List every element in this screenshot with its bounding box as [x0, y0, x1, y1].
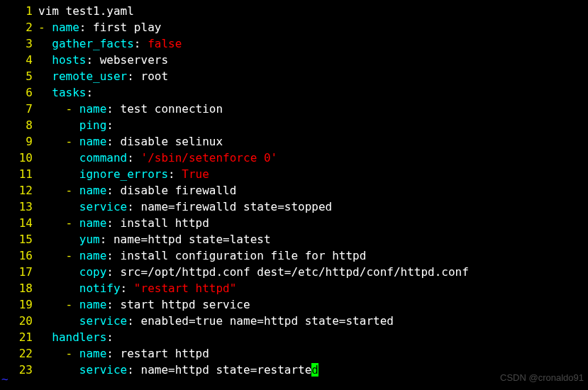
code-content[interactable]: service: name=firewalld state=stopped — [38, 199, 587, 215]
code-line[interactable]: 18 notify: "restart httpd" — [1, 280, 587, 296]
code-line[interactable]: 13 service: name=firewalld state=stopped — [1, 199, 587, 215]
line-number: 21 — [1, 329, 38, 345]
token: - — [66, 102, 79, 116]
code-content[interactable]: gather_facts: false — [38, 35, 587, 52]
token: name=httpd state=latest — [113, 233, 271, 246]
token: install configuration file for httpd — [121, 249, 367, 262]
vim-editor[interactable]: 1vim test1.yaml2- name: first play3 gath… — [0, 0, 588, 381]
code-line[interactable]: 15 yum: name=httpd state=latest — [1, 231, 587, 247]
code-content[interactable]: - name: first play — [38, 19, 587, 35]
line-number: 5 — [1, 68, 38, 84]
token: : — [127, 363, 140, 377]
token: restart httpd — [121, 347, 209, 360]
token: webservers — [100, 53, 168, 67]
token: name — [79, 216, 107, 230]
code-content[interactable]: - name: restart httpd — [38, 345, 587, 362]
token — [38, 282, 79, 295]
token: True — [182, 167, 209, 181]
token — [38, 69, 52, 83]
token: : — [127, 151, 140, 165]
token: : — [106, 135, 120, 148]
code-line[interactable]: 11 ignore_errors: True — [1, 166, 587, 182]
token — [38, 135, 66, 148]
code-line[interactable]: 19 - name: start httpd service — [1, 296, 587, 313]
token — [38, 53, 52, 67]
code-line[interactable]: 7 - name: test connection — [1, 101, 587, 117]
code-line[interactable]: 9 - name: disable selinux — [1, 133, 587, 150]
code-content[interactable]: vim test1.yaml — [38, 3, 587, 19]
code-line[interactable]: 10 command: '/sbin/setenforce 0' — [1, 150, 587, 166]
code-line[interactable]: 12 - name: disable firewalld — [1, 182, 587, 199]
code-content[interactable]: remote_user: root — [38, 68, 587, 84]
token: remote_user — [52, 69, 127, 83]
code-line[interactable]: 5 remote_user: root — [1, 68, 587, 84]
code-content[interactable]: hosts: webservers — [38, 52, 587, 68]
token: first play — [93, 21, 161, 34]
code-line[interactable]: 1vim test1.yaml — [1, 3, 587, 19]
code-content[interactable]: service: enabled=true name=httpd state=s… — [38, 313, 587, 329]
token: '/sbin/setenforce 0' — [141, 151, 278, 165]
line-number: 12 — [1, 182, 38, 199]
token: handlers — [52, 330, 106, 344]
code-line[interactable]: 4 hosts: webservers — [1, 52, 587, 68]
token — [38, 330, 52, 344]
code-content[interactable]: - name: start httpd service — [38, 296, 587, 313]
token: : — [134, 37, 148, 50]
code-content[interactable]: tasks: — [38, 84, 587, 101]
token — [38, 200, 79, 213]
code-content[interactable]: - name: install httpd — [38, 215, 587, 231]
token: hosts — [52, 53, 86, 67]
code-content[interactable]: ignore_errors: True — [38, 166, 587, 182]
token: "restart httpd" — [134, 282, 237, 295]
code-line[interactable]: 14 - name: install httpd — [1, 215, 587, 231]
token: : — [127, 314, 140, 328]
line-number: 8 — [1, 117, 38, 133]
line-number: 9 — [1, 133, 38, 150]
code-line[interactable]: 8 ping: — [1, 117, 587, 133]
line-number: 17 — [1, 264, 38, 280]
token: - — [66, 184, 79, 197]
code-line[interactable]: 22 - name: restart httpd — [1, 345, 587, 362]
code-content[interactable]: command: '/sbin/setenforce 0' — [38, 150, 587, 166]
token — [38, 347, 66, 360]
token — [38, 363, 79, 377]
code-content[interactable]: - name: test connection — [38, 101, 587, 117]
code-line[interactable]: 16 - name: install configuration file fo… — [1, 247, 587, 264]
token: name — [79, 249, 107, 262]
code-line[interactable]: 20 service: enabled=true name=httpd stat… — [1, 313, 587, 329]
line-number: 7 — [1, 101, 38, 117]
token — [38, 233, 79, 246]
token: ping — [79, 118, 107, 132]
code-content[interactable]: - name: disable firewalld — [38, 182, 587, 199]
line-number: 10 — [1, 150, 38, 166]
line-number: 2 — [1, 19, 38, 35]
code-content[interactable]: - name: install configuration file for h… — [38, 247, 587, 264]
code-content[interactable]: notify: "restart httpd" — [38, 280, 587, 296]
token: start httpd service — [121, 298, 250, 311]
line-number: 1 — [1, 3, 38, 19]
token — [38, 249, 66, 262]
code-line[interactable]: 23 service: name=httpd state=restarted — [1, 362, 587, 378]
code-content[interactable]: yum: name=httpd state=latest — [38, 231, 587, 247]
code-content[interactable]: service: name=httpd state=restarted — [38, 362, 587, 378]
token — [38, 265, 79, 279]
line-number: 22 — [1, 345, 38, 362]
code-content[interactable]: - name: disable selinux — [38, 133, 587, 150]
token: : — [168, 167, 182, 181]
code-line[interactable]: 6 tasks: — [1, 84, 587, 101]
token: name — [79, 347, 107, 360]
code-line[interactable]: 2- name: first play — [1, 19, 587, 35]
code-line[interactable]: 17 copy: src=/opt/httpd.conf dest=/etc/h… — [1, 264, 587, 280]
token: command — [79, 151, 127, 165]
token: disable selinux — [121, 135, 223, 148]
line-number: 4 — [1, 52, 38, 68]
code-content[interactable]: copy: src=/opt/httpd.conf dest=/etc/http… — [38, 264, 587, 280]
token: name=firewalld state=stopped — [141, 200, 333, 213]
token: : — [79, 21, 93, 34]
code-content[interactable]: handlers: — [38, 329, 587, 345]
code-line[interactable]: 21 handlers: — [1, 329, 587, 345]
code-content[interactable]: ping: — [38, 117, 587, 133]
token: false — [148, 37, 182, 50]
token: name — [79, 102, 107, 116]
code-line[interactable]: 3 gather_facts: false — [1, 35, 587, 52]
